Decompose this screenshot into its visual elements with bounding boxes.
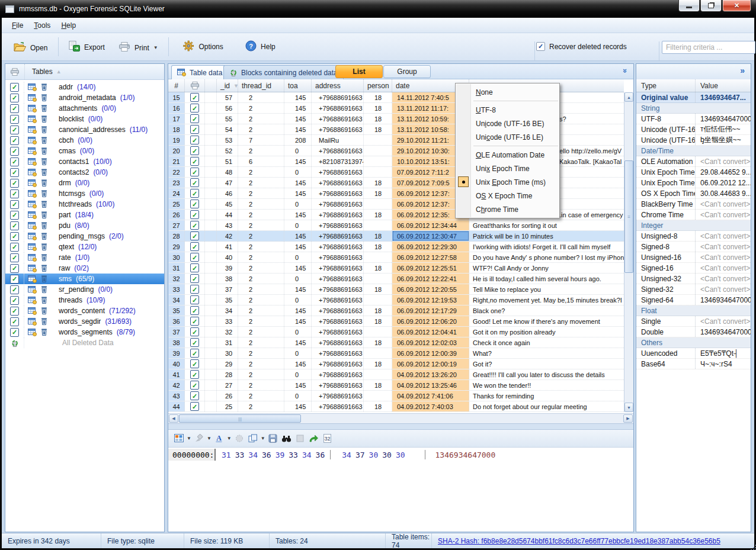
menu-item-unix-epoch-time-ms-[interactable]: Unix Epoch Time (ms) (456, 175, 559, 189)
table-checkbox[interactable]: ✓ (10, 83, 19, 92)
row-number-cell[interactable]: 32 (168, 274, 185, 284)
row-checkbox[interactable]: ✓ (190, 104, 199, 112)
cell-thread-id[interactable]: 2 (238, 231, 284, 241)
menu-tools[interactable]: Tools (28, 19, 56, 32)
sidebar-item-threads[interactable]: ✓threads(10/9) (5, 295, 164, 305)
converter-row[interactable]: UuencodedE5₸e5₸Qt┤ (636, 348, 751, 359)
converter-row[interactable]: OS X Epoch Time30.08.44683 9... (636, 188, 751, 199)
row-checkbox-cell[interactable]: ✓ (185, 295, 205, 305)
sidebar-item-part[interactable]: ✓part(18/4) (5, 210, 164, 220)
cell-date[interactable]: 06.09.2012 12:25:51 (392, 263, 469, 273)
cell-toa[interactable]: 0 (284, 327, 312, 337)
cell-toa[interactable]: 0 (284, 167, 312, 177)
cell-person[interactable] (364, 274, 392, 284)
cell-person[interactable]: 18 (364, 188, 392, 198)
sidebar-item-pending_msgs[interactable]: ✓pending_msgs(2/0) (5, 231, 164, 242)
cell-thread-id[interactable]: 7 (238, 135, 284, 145)
cell-toa[interactable]: 0 (284, 146, 312, 156)
cell-address[interactable]: MailRu (312, 135, 364, 145)
cell-address[interactable]: +79688691663 (312, 210, 364, 220)
cell-person[interactable]: 18 (364, 316, 392, 326)
print-button[interactable]: Print ▼ (113, 38, 164, 58)
cell-date[interactable]: 04.09.2012 7:41:06 (392, 391, 469, 401)
cell-thread-id[interactable]: 2 (238, 210, 284, 220)
cell-person[interactable]: 18 (364, 231, 392, 241)
row-checkbox[interactable]: ✓ (190, 253, 199, 262)
restore-button[interactable] (700, 0, 722, 12)
sidebar-item-blocklist[interactable]: ✓blocklist(0/0) (5, 114, 164, 124)
row-checkbox[interactable]: ✓ (190, 391, 199, 400)
cell-thread-id[interactable]: 2 (238, 114, 284, 124)
cell-person[interactable]: 18 (364, 380, 392, 390)
table-checkbox[interactable]: ✓ (10, 232, 19, 241)
menu-item-unicode-utf-16-be-[interactable]: Unicode (UTF-16 BE) (456, 117, 559, 130)
hex-copy-button[interactable] (247, 433, 259, 445)
col-header-toa[interactable]: toa (284, 79, 312, 92)
horizontal-scrollbar[interactable]: ◀ ||| ▶ (168, 413, 633, 423)
row-number-cell[interactable]: 23 (168, 178, 185, 188)
converter-row[interactable]: Signed-32<Can't convert> (636, 284, 751, 295)
table-checkbox[interactable]: ✓ (10, 328, 19, 337)
row-number-cell[interactable]: 29 (168, 242, 185, 252)
tables-header-label[interactable]: Tables (25, 67, 53, 76)
cell-person[interactable]: 18 (364, 124, 392, 134)
cell-thread-id[interactable]: 2 (238, 252, 284, 262)
cell-body[interactable]: I'working with idiots! Forget it. I'll c… (469, 242, 624, 252)
cell-toa[interactable]: 145 (284, 401, 312, 411)
cell-id[interactable]: 25 (217, 401, 238, 411)
cell-thread-id[interactable]: 2 (238, 295, 284, 305)
col-header-type[interactable]: Type (636, 79, 696, 92)
hex-wordsize-32-button[interactable]: 32 (322, 433, 334, 445)
row-checkbox-cell[interactable]: ✓ (185, 199, 205, 209)
table-checkbox[interactable]: ✓ (10, 264, 19, 273)
tab-table-data[interactable]: Table data (171, 65, 228, 79)
cell-thread-id[interactable]: 2 (238, 92, 284, 102)
cell-toa[interactable]: 145 (284, 114, 312, 124)
cell-thread-id[interactable]: 2 (238, 242, 284, 252)
cell-person[interactable] (364, 167, 392, 177)
menu-item-unicode-utf-16-le-[interactable]: Unicode (UTF-16 LE) (456, 130, 559, 144)
converter-row[interactable]: Signed-641346934647000 (636, 295, 751, 305)
col-header-thread-id[interactable]: thread_id (238, 79, 284, 92)
row-number-cell[interactable]: 26 (168, 210, 185, 220)
row-number-cell[interactable]: 25 (168, 199, 185, 209)
converter-row[interactable]: Unicode (UTF-16...ᶀ坐㸶坐嫹~~ (636, 135, 751, 146)
converter-row[interactable]: Double1346934647000 (636, 327, 751, 337)
cell-id[interactable]: 35 (217, 295, 238, 305)
cell-address[interactable]: +79688691663 (312, 327, 364, 337)
cell-toa[interactable]: 145 (284, 231, 312, 241)
cell-toa[interactable]: 145 (284, 263, 312, 273)
cell-address[interactable]: +79688691663 (312, 391, 364, 401)
cell-person[interactable]: 18 (364, 242, 392, 252)
hex-view-caret[interactable]: ▼ (187, 436, 191, 441)
tab-blocks-deleted[interactable]: Blocks containing deleted data (223, 65, 344, 79)
cell-date[interactable]: 06.09.2012 12:17:29 (392, 305, 469, 316)
row-checkbox-cell[interactable]: ✓ (185, 327, 205, 337)
table-checkbox[interactable]: ✓ (10, 253, 19, 262)
cell-id[interactable]: 51 (217, 156, 238, 166)
col-header-person[interactable]: person (364, 79, 392, 92)
menu-item-none[interactable]: None (456, 85, 559, 99)
menu-item-utf-8[interactable]: UTF-8 (456, 103, 559, 117)
row-checkbox-cell[interactable]: ✓ (185, 146, 205, 156)
sidebar-item-drm[interactable]: ✓drm(0/0) (5, 178, 164, 188)
row-checkbox[interactable]: ✓ (190, 146, 199, 155)
cell-thread-id[interactable]: 2 (238, 337, 284, 348)
cell-id[interactable]: 54 (217, 124, 238, 134)
cell-person[interactable] (364, 348, 392, 358)
cell-address[interactable]: +79688691663 (312, 220, 364, 230)
sidebar-item-pdu[interactable]: ✓pdu(8/0) (5, 220, 164, 231)
cell-person[interactable]: 18 (364, 103, 392, 113)
table-row[interactable]: 42✓272145+796886916631804.09.2012 13:25:… (168, 380, 624, 391)
cell-id[interactable]: 39 (217, 263, 238, 273)
cell-date[interactable]: 06.09.2012 12:00:19 (392, 359, 469, 369)
sidebar-item-attachments[interactable]: ✓attachments(0/0) (5, 103, 164, 114)
converter-row[interactable]: Original value1346934647... (636, 92, 751, 103)
cell-body[interactable]: Got it on my position already (469, 327, 624, 337)
converter-row[interactable]: Single<Can't convert> (636, 316, 751, 327)
table-row[interactable]: 28✓422145+796886916631806.09.2012 12:30:… (168, 231, 624, 242)
cell-toa[interactable]: 145 (284, 92, 312, 102)
cell-id[interactable]: 28 (217, 369, 238, 379)
hex-marker-caret[interactable]: ▼ (207, 436, 212, 441)
cell-thread-id[interactable]: 2 (238, 316, 284, 326)
